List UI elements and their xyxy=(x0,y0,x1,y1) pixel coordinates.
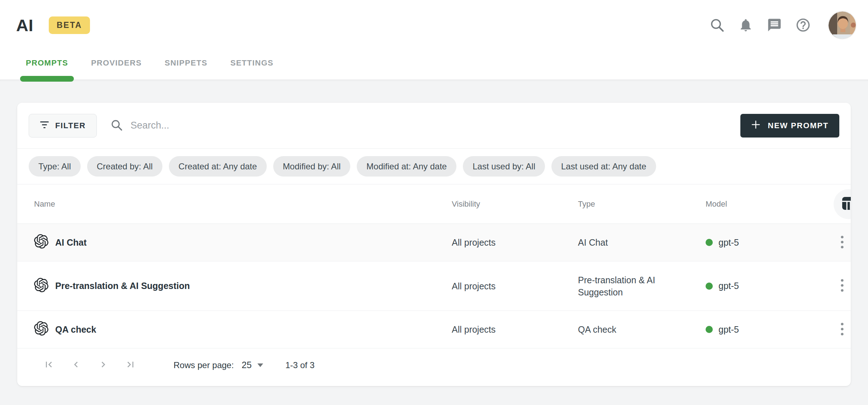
column-settings-button[interactable] xyxy=(834,189,851,219)
prompt-type: QA check xyxy=(578,323,706,336)
prompt-model: gpt-5 xyxy=(718,324,739,335)
chip-created-by[interactable]: Created by: All xyxy=(87,156,162,177)
table-row[interactable]: QA check All projects QA check gpt-5 xyxy=(17,311,851,348)
topbar: AI BETA xyxy=(0,0,868,47)
kebab-icon xyxy=(840,235,844,250)
kebab-icon xyxy=(840,322,844,337)
rows-per-page-value: 25 xyxy=(242,360,252,370)
chip-type[interactable]: Type: All xyxy=(29,156,81,177)
column-header-model: Model xyxy=(706,199,834,209)
model-status-dot xyxy=(706,326,713,333)
columns-icon xyxy=(842,197,851,211)
filter-button[interactable]: FILTER xyxy=(29,114,97,138)
search-input[interactable] xyxy=(131,120,571,131)
content-area: FILTER xyxy=(0,79,868,405)
new-prompt-button[interactable]: NEW PROMPT xyxy=(740,114,839,138)
chip-created-at[interactable]: Created at: Any date xyxy=(169,156,267,177)
prompt-type: Pre-translation & AI Suggestion xyxy=(578,274,706,298)
last-page-button[interactable] xyxy=(122,357,139,374)
prompt-name: QA check xyxy=(55,324,96,335)
openai-icon xyxy=(34,278,48,294)
row-menu-button[interactable] xyxy=(834,321,851,338)
search-icon xyxy=(110,119,123,132)
first-page-icon xyxy=(43,359,54,371)
chevron-down-icon xyxy=(257,363,263,367)
search-field xyxy=(110,119,740,132)
chip-last-used-by[interactable]: Last used by: All xyxy=(463,156,545,177)
plus-icon xyxy=(751,120,760,131)
prompt-name: AI Chat xyxy=(55,237,87,248)
column-header-name: Name xyxy=(34,199,452,209)
prompts-card: FILTER xyxy=(17,103,851,386)
prompt-visibility: All projects xyxy=(452,280,578,292)
prompt-type: AI Chat xyxy=(578,236,706,249)
openai-icon xyxy=(34,321,48,338)
tab-providers[interactable]: PROVIDERS xyxy=(85,47,147,79)
app-logo: AI xyxy=(16,15,33,35)
prompt-name: Pre-translation & AI Suggestion xyxy=(55,281,190,291)
openai-icon xyxy=(34,234,48,251)
topbar-actions xyxy=(708,11,857,39)
bell-icon xyxy=(738,18,753,33)
next-page-button[interactable] xyxy=(95,357,112,374)
filter-icon xyxy=(40,120,49,131)
tab-prompts[interactable]: PROMPTS xyxy=(20,47,74,79)
tab-snippets[interactable]: SNIPPETS xyxy=(159,47,213,79)
tab-snippets-label: SNIPPETS xyxy=(165,58,207,68)
notifications-button[interactable] xyxy=(737,16,755,34)
rows-per-page-label: Rows per page: xyxy=(174,360,234,370)
active-tab-indicator xyxy=(20,76,74,82)
table-header-actions xyxy=(834,189,851,219)
model-status-dot xyxy=(706,239,713,246)
chip-modified-by[interactable]: Modified by: All xyxy=(273,156,350,177)
chip-last-used-at[interactable]: Last used at: Any date xyxy=(551,156,656,177)
chevron-right-icon xyxy=(98,359,109,371)
prompt-visibility: All projects xyxy=(452,323,578,336)
tab-settings-label: SETTINGS xyxy=(230,58,273,68)
pagination-nav xyxy=(40,357,139,374)
beta-badge: BETA xyxy=(49,16,90,34)
chip-modified-at[interactable]: Modified at: Any date xyxy=(357,156,456,177)
prompt-model: gpt-5 xyxy=(718,281,739,291)
pagination-range: 1-3 of 3 xyxy=(285,360,314,370)
rows-per-page-select[interactable]: 25 xyxy=(242,360,263,370)
new-prompt-button-label: NEW PROMPT xyxy=(768,121,829,130)
tab-prompts-label: PROMPTS xyxy=(26,58,68,68)
column-header-visibility: Visibility xyxy=(452,199,578,209)
search-icon xyxy=(710,18,725,33)
feedback-button[interactable] xyxy=(765,16,783,34)
tab-providers-label: PROVIDERS xyxy=(91,58,142,68)
last-page-icon xyxy=(125,359,136,371)
user-avatar[interactable] xyxy=(828,11,857,39)
chevron-left-icon xyxy=(70,359,82,371)
help-button[interactable] xyxy=(794,16,812,34)
previous-page-button[interactable] xyxy=(67,357,85,374)
tab-settings[interactable]: SETTINGS xyxy=(224,47,279,79)
card-toolbar: FILTER xyxy=(17,103,851,149)
brand: AI BETA xyxy=(16,15,90,35)
kebab-icon xyxy=(840,278,844,294)
search-button[interactable] xyxy=(708,16,726,34)
model-status-dot xyxy=(706,283,713,290)
prompt-visibility: All projects xyxy=(452,236,578,249)
chat-icon xyxy=(767,18,782,33)
row-menu-button[interactable] xyxy=(834,234,851,251)
first-page-button[interactable] xyxy=(40,357,57,374)
table-header: Name Visibility Type Model xyxy=(17,184,851,224)
row-menu-button[interactable] xyxy=(834,278,851,295)
prompt-model: gpt-5 xyxy=(718,237,739,248)
filter-chips-row: Type: All Created by: All Created at: An… xyxy=(17,149,851,184)
pagination-bar: Rows per page: 25 1-3 of 3 xyxy=(17,348,851,382)
help-icon xyxy=(795,17,811,33)
column-header-type: Type xyxy=(578,199,706,209)
table-row[interactable]: AI Chat All projects AI Chat gpt-5 xyxy=(17,224,851,261)
main-tabs: PROMPTS PROVIDERS SNIPPETS SETTINGS xyxy=(0,47,868,79)
table-row[interactable]: Pre-translation & AI Suggestion All proj… xyxy=(17,261,851,311)
filter-button-label: FILTER xyxy=(55,121,86,130)
app-root: AI BETA xyxy=(0,0,868,405)
